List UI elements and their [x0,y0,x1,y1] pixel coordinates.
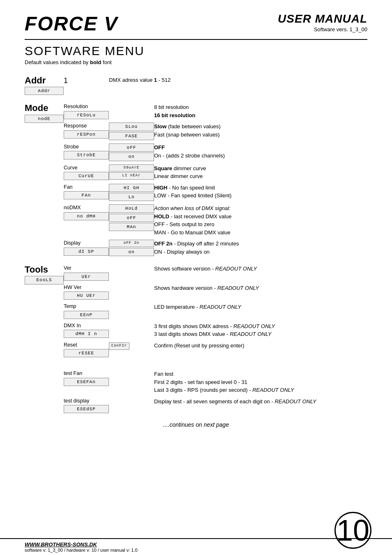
response-row: Response rESPon SLou FASE Slow (fade bet… [64,123,367,140]
response-desc: Slow (fade between values) Fast (snap be… [154,123,367,139]
addr-description: DMX adress value 1 - 512 [109,76,367,83]
hwver-row: HW Ver HU UEr Shows hardware version - R… [64,284,367,300]
display-off-lcd: oFF 2n [109,240,154,247]
curve-values: 59uArE LI nEAr [109,164,154,180]
display-desc: OFF 2n - Display off after 2 minutes ON … [154,240,367,256]
response-fast-lcd: FASE [109,132,154,140]
reset-values: ConFIr [109,342,154,350]
ver-name: Ver UEr [64,265,109,281]
resolution-name: Resolution rESoLu [64,103,109,119]
display-values: oFF 2n on [109,240,154,256]
strobe-name: Strobe StrobE [64,143,109,160]
reset-name: Reset rESEE [64,342,109,358]
mode-content: Resolution rESoLu 8 bit resolution 16 bi… [64,103,367,256]
fan-lcd: FAn [64,191,109,199]
addr-section: Addr Addr 1 DMX adress value 1 - 512 [25,76,367,95]
curve-name: Curve CurUE [64,164,109,180]
nodmx-hold-lcd: HoLd [109,204,154,213]
reset-row: Reset rESEE ConFIr Confirm (Reset unit b… [64,342,367,358]
nodmx-man-lcd: MAn [109,223,154,231]
strobe-off-lcd: oFF [109,143,154,152]
fan-high-lcd: HI GH [109,184,154,192]
tools-content: Ver UEr Shows software version - READOUT… [64,265,367,413]
testdisplay-lcd: ESEdSP [64,405,109,413]
mode-lcd: nodE [25,115,64,123]
testdisplay-row: test display ESEdSP Display test - all s… [64,398,367,414]
fan-row: Fan FAn HI GH Lo HIGH - No fan speed lim… [64,184,367,201]
response-lcd: rESPon [64,130,109,139]
hwver-name: HW Ver HU UEr [64,284,109,300]
dmxin-name: DMX In dMH I n [64,322,109,338]
dmxin-lcd: dMH I n [64,330,109,338]
curve-lcd: CurUE [64,172,109,180]
temp-row: Temp EEnP LED temperature - READOUT ONLY [64,303,367,319]
testfan-row: test Fan ESEFAn Fan test First 2 digits … [64,370,367,394]
reset-confirm-lcd: ConFIr [109,342,129,350]
tools-category: Tools EooLS [25,265,64,413]
reset-desc: Confirm (Reset unit by pressing enter) [154,342,367,350]
footer-left: WWW.BROTHERS-SONS.DK software v: 1_3_00 … [25,541,138,553]
mode-category: Mode nodE [25,103,64,256]
testdisplay-name: test display ESEdSP [64,398,109,414]
curve-linear-lcd: LI nEAr [109,172,154,180]
continues-text: ....continues on next page [25,421,367,428]
temp-desc: LED temperature - READOUT ONLY [154,303,367,311]
page-number: 10 [334,512,371,549]
ver-lcd: UEr [64,273,109,281]
nodmx-off-lcd: oFF [109,214,154,222]
header-right: USER MANUAL Software vers. 1_3_00 [278,12,367,32]
footer-website: WWW.BROTHERS-SONS.DK [25,541,138,548]
testfan-lcd: ESEFAn [64,378,109,386]
resolution-lcd: rESoLu [64,111,109,119]
footer-version: software v: 1_3_00 / hardware v: 10 / us… [25,548,138,553]
nodmx-row: noDMX no dMH HoLd oFF MAn Action when lo… [64,204,367,236]
curve-desc: Square dimmer curve Linear dimmer curve [154,164,367,180]
section-divider-1 [25,259,367,265]
dmxin-desc: 3 first digits shows DMX adress - READOU… [154,322,367,338]
software-version: Software vers. 1_3_00 [314,26,367,32]
footer: WWW.BROTHERS-SONS.DK software v: 1_3_00 … [0,538,392,555]
testfan-desc: Fan test First 2 digits - set fan speed … [154,370,367,394]
brand-title: FORCE V [25,12,118,35]
response-slow-lcd: SLou [109,123,154,131]
hwver-desc: Shows hardware version - READOUT ONLY [154,284,367,292]
section-title: SOFTWARE MENU [25,44,367,58]
addr-value: 1 [64,76,109,85]
header-divider [25,39,367,40]
testfan-name: test Fan ESEFAn [64,370,109,386]
fan-low-lcd: Lo [109,193,154,201]
tools-lcd: EooLS [25,276,64,284]
reset-lcd: rESEE [64,349,109,357]
nodmx-desc: Action when loss of DMX signal: HOLD - l… [154,204,367,236]
strobe-row: Strobe StrobE oFF on OFF On - (adds 2 st… [64,143,367,161]
fan-values: HI GH Lo [109,184,154,201]
temp-name: Temp EEnP [64,303,109,319]
strobe-lcd: StrobE [64,151,109,159]
section-divider-2 [64,361,367,367]
fan-name: Fan FAn [64,184,109,200]
page: FORCE V USER MANUAL Software vers. 1_3_0… [0,0,392,555]
curve-row: Curve CurUE 59uArE LI nEAr Square dimmer… [64,164,367,180]
addr-lcd: Addr [25,87,64,95]
display-name: Display dI SP [64,240,109,256]
display-row: Display dI SP oFF 2n on OFF 2n - Display… [64,240,367,256]
fan-desc: HIGH - No fan speed limit LOW - Fan spee… [154,184,367,200]
curve-square-lcd: 59uArE [109,164,154,172]
resolution-row: Resolution rESoLu 8 bit resolution 16 bi… [64,103,367,119]
mode-section: Mode nodE Resolution rESoLu 8 bit resolu… [25,103,367,256]
nodmx-lcd: no dMH [64,212,109,220]
hwver-lcd: HU UEr [64,291,109,300]
display-on-lcd: on [109,248,154,256]
dmxin-row: DMX In dMH I n 3 first digits shows DMX … [64,322,367,338]
display-lcd: dI SP [64,247,109,256]
header: FORCE V USER MANUAL Software vers. 1_3_0… [25,12,367,35]
nodmx-values: HoLd oFF MAn [109,204,154,231]
strobe-values: oFF on [109,143,154,161]
response-name: Response rESPon [64,123,109,139]
user-manual-title: USER MANUAL [278,12,367,25]
section-subtitle: Default values indicated by bold font [25,59,367,65]
testdisplay-desc: Display test - all seven segments of eac… [154,398,367,406]
addr-category: Addr Addr [25,76,64,95]
temp-lcd: EEnP [64,311,109,319]
nodmx-name: noDMX no dMH [64,204,109,220]
